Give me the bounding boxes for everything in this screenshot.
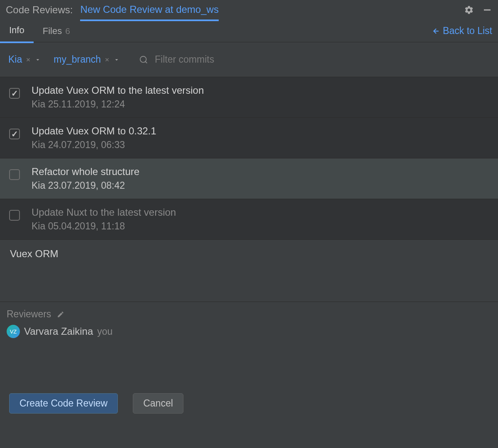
review-title-section: Vuex ORM (0, 240, 498, 302)
commits-list: Update Vuex ORM to the latest versionKia… (0, 77, 498, 240)
header-right (464, 5, 492, 15)
tab-files-count: 6 (65, 26, 70, 36)
back-link-label: Back to List (443, 25, 492, 37)
filter-author-label: Kia (8, 54, 22, 65)
chevron-down-icon[interactable] (113, 56, 120, 63)
commit-title: Update Vuex ORM to the latest version (32, 85, 489, 96)
commit-title: Refactor whole structure (32, 166, 489, 178)
commit-meta: Kia 23.07.2019, 08:42 (32, 180, 489, 191)
avatar: VZ (7, 325, 20, 338)
edit-icon[interactable] (57, 311, 64, 318)
search-container (139, 54, 279, 65)
tabs-bar: Info Files 6 Back to List (0, 20, 498, 42)
filter-author-chip[interactable]: Kia (8, 54, 41, 65)
search-icon (139, 55, 148, 64)
chevron-down-icon[interactable] (34, 56, 41, 63)
close-icon[interactable] (25, 57, 31, 63)
commit-checkbox[interactable] (9, 210, 20, 221)
tab-files[interactable]: Files 6 (34, 19, 79, 43)
gear-icon[interactable] (464, 5, 474, 15)
commit-meta: Kia 05.04.2019, 11:18 (32, 221, 489, 232)
cancel-button[interactable]: Cancel (133, 393, 183, 414)
commit-content: Refactor whole structureKia 23.07.2019, … (32, 166, 489, 191)
svg-point-1 (140, 56, 146, 62)
reviewer-item[interactable]: VZVarvara Zaikinayou (7, 325, 491, 338)
commit-checkbox[interactable] (9, 88, 20, 99)
tab-info[interactable]: Info (0, 19, 34, 43)
commit-content: Update Nuxt to the latest versionKia 05.… (32, 207, 489, 232)
commit-row[interactable]: Update Vuex ORM to the latest versionKia… (0, 77, 498, 118)
search-input[interactable] (155, 54, 279, 65)
reviewer-name: Varvara Zaikina (24, 326, 93, 337)
close-icon[interactable] (104, 57, 110, 63)
header-bar: Code Reviews: New Code Review at demo_ws (0, 0, 498, 20)
header-review-name[interactable]: New Code Review at demo_ws (80, 4, 218, 21)
commit-checkbox[interactable] (9, 169, 20, 180)
commit-checkbox[interactable] (9, 129, 20, 139)
tabs-left: Info Files 6 (0, 19, 79, 43)
reviewers-header: Reviewers (7, 309, 491, 320)
review-title[interactable]: Vuex ORM (10, 248, 488, 260)
reviewers-label: Reviewers (7, 309, 51, 320)
commit-content: Update Vuex ORM to 0.32.1Kia 24.07.2019,… (32, 125, 489, 151)
filters-bar: Kia my_branch (0, 42, 498, 77)
commit-meta: Kia 25.11.2019, 12:24 (32, 99, 489, 110)
create-code-review-button[interactable]: Create Code Review (9, 393, 118, 414)
commit-title: Update Nuxt to the latest version (32, 207, 489, 218)
header-title: Code Reviews: (6, 4, 73, 16)
tab-files-label: Files (43, 26, 62, 37)
commit-row[interactable]: Update Vuex ORM to 0.32.1Kia 24.07.2019,… (0, 118, 498, 158)
header-left: Code Reviews: New Code Review at demo_ws (6, 4, 219, 16)
actions-bar: Create Code Review Cancel (0, 385, 498, 422)
back-to-list-link[interactable]: Back to List (432, 25, 492, 37)
minimize-icon[interactable] (482, 5, 492, 15)
reviewers-section: Reviewers VZVarvara Zaikinayou (0, 302, 498, 385)
commit-content: Update Vuex ORM to the latest versionKia… (32, 85, 489, 110)
reviewer-you-label: you (97, 326, 112, 337)
filter-branch-label: my_branch (54, 54, 101, 65)
commit-row[interactable]: Refactor whole structureKia 23.07.2019, … (0, 158, 498, 199)
reviewers-list: VZVarvara Zaikinayou (7, 325, 491, 338)
tab-info-label: Info (9, 25, 24, 36)
filter-branch-chip[interactable]: my_branch (54, 54, 120, 65)
commit-title: Update Vuex ORM to 0.32.1 (32, 125, 489, 137)
commit-meta: Kia 24.07.2019, 06:33 (32, 139, 489, 151)
commit-row[interactable]: Update Nuxt to the latest versionKia 05.… (0, 199, 498, 240)
